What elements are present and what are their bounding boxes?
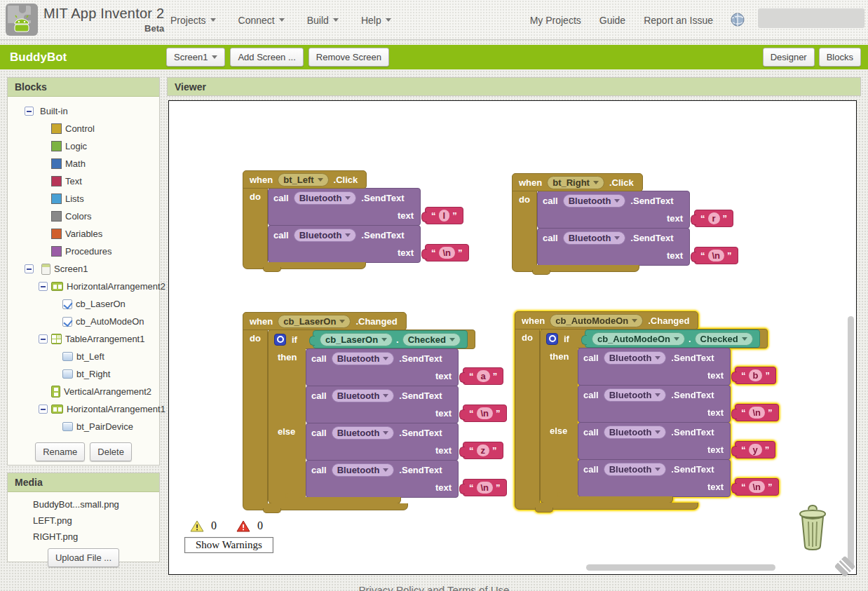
component-dropdown[interactable]: cb_AutoModeOn (550, 314, 643, 327)
tree-item-bt-pairdevice[interactable]: bt_PairDevice (8, 418, 159, 435)
component-dropdown[interactable]: Bluetooth (332, 389, 395, 402)
component-dropdown[interactable]: bt_Left (278, 173, 328, 186)
if-block[interactable]: if cb_AutoModeOn . Checked t (540, 329, 768, 503)
string-value[interactable]: b (749, 369, 763, 381)
show-warnings-button[interactable]: Show Warnings (184, 537, 273, 553)
string-value[interactable]: \n (477, 407, 494, 419)
component-dropdown[interactable]: cb_LaserOn (278, 315, 351, 328)
text-string-block[interactable]: “ y ” (735, 441, 775, 458)
upload-file-button[interactable]: Upload File ... (48, 548, 119, 567)
mutator-gear-icon[interactable] (546, 333, 558, 345)
component-dropdown[interactable]: bt_Right (547, 176, 604, 189)
property-dropdown[interactable]: Checked (695, 332, 753, 346)
rename-button[interactable]: Rename (35, 442, 85, 461)
media-file[interactable]: RIGHT.png (33, 531, 159, 542)
if-block[interactable]: if cb_LaserOn . Checked then (268, 330, 475, 504)
collapse-toggle-icon[interactable] (39, 282, 48, 291)
string-value[interactable]: r (708, 212, 720, 224)
text-string-block[interactable]: “ \n ” (463, 405, 507, 422)
text-string-block[interactable]: “ b ” (735, 367, 776, 384)
text-string-block[interactable]: “ \n ” (694, 247, 738, 264)
string-value[interactable]: \n (749, 481, 766, 493)
call-block[interactable]: call Bluetooth .SendText text “ (306, 348, 459, 386)
string-value[interactable]: z (477, 444, 490, 456)
menu-help[interactable]: Help (361, 15, 391, 26)
tree-item-screen1[interactable]: Screen1 (8, 260, 159, 278)
footer-links[interactable]: Privacy Policy and Terms of Use (0, 584, 868, 591)
media-file[interactable]: LEFT.png (33, 515, 159, 526)
component-dropdown[interactable]: Bluetooth (294, 191, 357, 205)
property-dropdown[interactable]: Checked (402, 333, 461, 346)
component-dropdown[interactable]: Bluetooth (604, 463, 667, 476)
call-block[interactable]: call Bluetooth .SendText text “ r ” (537, 191, 690, 229)
string-value[interactable]: \n (708, 250, 725, 261)
tree-item-bt-right[interactable]: bt_Right (8, 365, 159, 383)
palette-item-procedures[interactable]: Procedures (8, 243, 159, 260)
component-dropdown[interactable]: Bluetooth (332, 352, 395, 365)
text-string-block[interactable]: “ \n ” (735, 478, 779, 496)
text-string-block[interactable]: “ r ” (694, 210, 733, 227)
string-value[interactable]: a (477, 370, 490, 382)
tree-item-bt-left[interactable]: bt_Left (8, 348, 159, 365)
component-dropdown[interactable]: Bluetooth (294, 229, 357, 242)
palette-item-variables[interactable]: Variables (8, 225, 159, 243)
collapse-toggle-icon[interactable] (39, 334, 48, 344)
tree-item-cb-automodeon[interactable]: cb_AutoModeOn (8, 313, 159, 330)
remove-screen-button[interactable]: Remove Screen (308, 48, 389, 67)
event-block-bt-left-click[interactable]: when bt_Left .Click do call Bluetooth .S… (243, 170, 421, 269)
call-block[interactable]: call Bluetooth .SendText text “ (578, 459, 731, 497)
event-block-bt-right-click[interactable]: when bt_Right .Click do call Bluetooth .… (512, 173, 690, 272)
component-dropdown[interactable]: Bluetooth (332, 426, 395, 440)
string-value[interactable]: \n (477, 482, 494, 494)
designer-view-button[interactable]: Designer (763, 48, 815, 67)
event-block-cb-laseron-changed[interactable]: when cb_LaserOn .Changed do if cb_LaserO… (243, 312, 475, 510)
menu-build[interactable]: Build (307, 15, 339, 26)
tree-item-built-in[interactable]: Built-in (8, 102, 159, 120)
collapse-toggle-icon[interactable] (25, 107, 34, 116)
call-block[interactable]: call Bluetooth .SendText text “ (578, 385, 731, 423)
collapse-toggle-icon[interactable] (39, 405, 48, 414)
link-my-projects[interactable]: My Projects (530, 15, 581, 26)
component-dropdown[interactable]: Bluetooth (563, 194, 626, 208)
component-dropdown[interactable]: cb_AutoModeOn (592, 332, 685, 346)
link-guide[interactable]: Guide (599, 15, 625, 26)
call-block[interactable]: call Bluetooth .SendText text “ (578, 422, 731, 460)
blocks-canvas[interactable]: when bt_Left .Click do call Bluetooth .S… (168, 100, 857, 575)
call-block[interactable]: call Bluetooth .SendText text “ (306, 460, 459, 498)
component-dropdown[interactable]: Bluetooth (604, 426, 667, 439)
component-dropdown[interactable]: Bluetooth (604, 388, 667, 402)
blocks-view-button[interactable]: Blocks (819, 48, 861, 67)
link-report-an-issue[interactable]: Report an Issue (644, 15, 713, 26)
text-string-block[interactable]: “ \n ” (735, 404, 779, 421)
call-block[interactable]: call Bluetooth .SendText text “ \n ” (537, 228, 690, 266)
text-string-block[interactable]: “ a ” (463, 367, 503, 385)
string-value[interactable]: y (749, 444, 762, 456)
call-block[interactable]: call Bluetooth .SendText text “ l ” (268, 188, 421, 226)
string-value[interactable]: \n (749, 407, 766, 419)
text-string-block[interactable]: “ z ” (463, 442, 503, 459)
palette-item-colors[interactable]: Colors (8, 208, 159, 225)
string-value[interactable]: l (439, 210, 450, 222)
collapse-toggle-icon[interactable] (25, 264, 34, 273)
palette-item-logic[interactable]: Logic (8, 137, 159, 155)
component-dropdown[interactable]: Bluetooth (604, 351, 667, 365)
call-block[interactable]: call Bluetooth .SendText text “ \n ” (268, 225, 421, 263)
media-file[interactable]: BuddyBot...small.png (33, 499, 159, 510)
text-string-block[interactable]: “ \n ” (463, 479, 507, 496)
vertical-scrollbar-thumb[interactable] (848, 316, 854, 570)
text-string-block[interactable]: “ l ” (425, 207, 463, 224)
component-dropdown[interactable]: Bluetooth (563, 231, 626, 245)
palette-item-lists[interactable]: Lists (8, 190, 159, 208)
event-block-cb-automodeon-changed[interactable]: when cb_AutoModeOn .Changed do if cb_Aut… (515, 311, 768, 510)
tree-item-horizontalarrangement1[interactable]: HorizontalArrangement1 (8, 400, 159, 418)
call-block[interactable]: call Bluetooth .SendText text “ (306, 423, 459, 461)
checked-getter-block[interactable]: cb_AutoModeOn . Checked (585, 330, 760, 348)
screen-selector-button[interactable]: Screen1 (166, 48, 225, 67)
account-name-redacted[interactable] (758, 8, 864, 28)
palette-item-text[interactable]: Text (8, 172, 159, 190)
delete-button[interactable]: Delete (90, 442, 132, 461)
horizontal-scrollbar-thumb[interactable] (586, 564, 775, 571)
call-block[interactable]: call Bluetooth .SendText text “ (578, 348, 731, 386)
trash-can-icon[interactable] (792, 503, 834, 556)
tree-item-horizontalarrangement2[interactable]: HorizontalArrangement2 (8, 278, 159, 295)
